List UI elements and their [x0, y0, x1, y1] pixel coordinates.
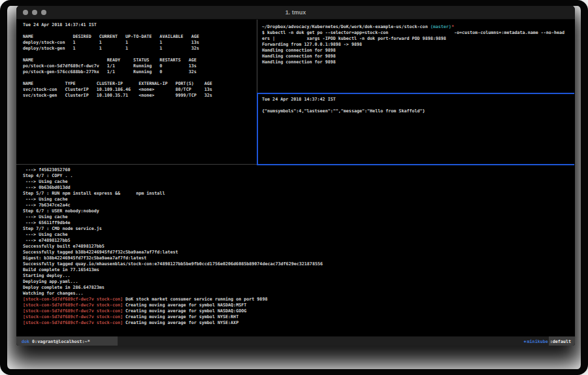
active-pane-border-left[interactable]: [257, 93, 258, 165]
kubectl-watch-output: Tue 24 Apr 2018 14:37:41 IST NAME DESIRE…: [23, 22, 263, 99]
pane-divider-vertical[interactable]: [257, 20, 257, 93]
port-forward-output: ~/Dropbox/advocacy/Kubernetes/DoK/work/d…: [262, 24, 575, 65]
status-right: ⎈ minikube :default: [520, 336, 575, 346]
page-background: 1. tmux Tue 24 Apr 2018 14:37:41 IST NAM…: [0, 0, 588, 375]
skaffold-log-output: ---> f45623052760Step 4/7 : COPY . . ---…: [23, 167, 575, 326]
session-name: dok: [22, 339, 29, 344]
pane-port-forward[interactable]: ~/Dropbox/advocacy/Kubernetes/DoK/work/d…: [258, 20, 575, 97]
tmux-panes: Tue 24 Apr 2018 14:37:41 IST NAME DESIRE…: [16, 20, 575, 336]
active-pane-border-top[interactable]: [257, 93, 574, 94]
tmux-status-bar: dok 0:vagrant@localhost:~* ⎈ minikube :d…: [16, 336, 575, 346]
active-pane-border-bottom[interactable]: [257, 164, 574, 165]
status-window-tab[interactable]: dok 0:vagrant@localhost:~*: [16, 336, 118, 346]
kube-context: minikube: [527, 339, 549, 344]
kubernetes-helm-icon: ⎈: [520, 339, 527, 344]
pane-service-response[interactable]: Tue 24 Apr 2018 14:37:42 IST {"numsymbol…: [258, 94, 575, 167]
pane-skaffold-log[interactable]: ---> f45623052760Step 4/7 : COPY . . ---…: [16, 165, 575, 338]
pane-kubectl-watch[interactable]: Tue 24 Apr 2018 14:37:41 IST NAME DESIRE…: [16, 20, 263, 167]
window-titlebar[interactable]: 1. tmux: [16, 5, 575, 20]
service-response-output: Tue 24 Apr 2018 14:37:42 IST {"numsymbol…: [262, 97, 575, 114]
window-title: 1. tmux: [16, 9, 575, 16]
pane-divider-horizontal-left[interactable]: [16, 164, 257, 165]
terminal-window: 1. tmux Tue 24 Apr 2018 14:37:41 IST NAM…: [16, 5, 575, 346]
kube-namespace: :default: [549, 336, 575, 346]
active-window-label: 0:vagrant@localhost:~*: [32, 339, 90, 344]
